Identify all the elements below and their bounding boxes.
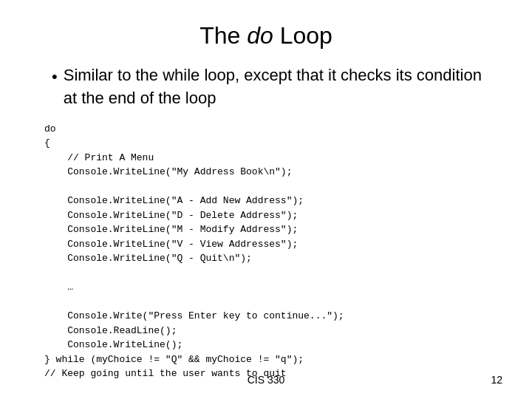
slide: The do Loop • Similar to the while loop,… [0,0,532,399]
footer: CIS 330 [0,374,532,386]
code-line-13 [44,296,50,307]
code-line-9: Console.WriteLine("V - View Addresses"); [44,239,298,250]
code-line-2: { [44,137,50,149]
code-line-3: // Print A Menu [44,152,154,163]
code-line-15: Console.ReadLine(); [44,325,177,336]
bullet-marker: • [52,66,58,89]
title-prefix: The [200,22,247,49]
code-line-10: Console.WriteLine("Q - Quit\n"); [44,253,252,264]
footer-course: CIS 330 [248,374,285,386]
code-line-1: do [44,123,56,134]
code-line-17: } while (myChoice != "Q" && myChoice != … [44,354,304,365]
code-line-5 [44,181,50,192]
code-line-8: Console.WriteLine("M - Modify Address"); [44,224,298,235]
code-block: do { // Print A Menu Console.WriteLine("… [44,122,495,381]
bullet-text: Similar to the while loop, except that i… [64,64,495,110]
page-number: 12 [491,374,502,386]
code-line-16: Console.WriteLine(); [44,339,183,350]
title-suffix: Loop [273,22,332,49]
code-line-4: Console.WriteLine("My Address Book\n"); [44,166,292,177]
code-line-7: Console.WriteLine("D - Delete Address"); [44,210,298,221]
code-line-11 [44,267,50,279]
title-italic: do [247,22,273,49]
code-line-6: Console.WriteLine("A - Add New Address")… [44,195,304,206]
bullet-item: • Similar to the while loop, except that… [52,64,495,110]
slide-title: The do Loop [37,22,495,50]
code-line-12: … [44,282,73,293]
code-line-14: Console.Write("Press Enter key to contin… [44,310,344,321]
